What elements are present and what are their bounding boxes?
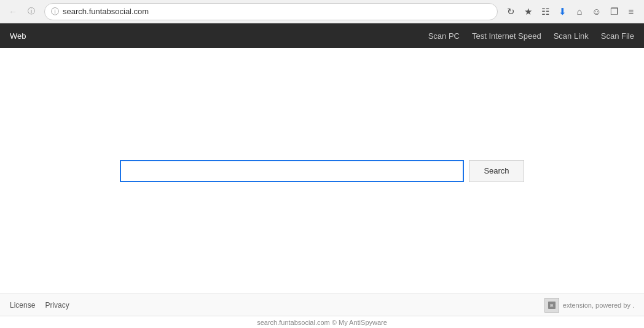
pocket-button[interactable]: ❐ — [606, 4, 622, 20]
search-container: Search — [120, 160, 524, 182]
nav-scan-link[interactable]: Scan Link — [554, 31, 589, 41]
secure-info-icon: ⓘ — [51, 6, 59, 17]
home-button[interactable]: ⌂ — [571, 4, 587, 20]
footer: License Privacy E extension, powered by … — [0, 294, 644, 316]
home-icon: ⌂ — [576, 6, 582, 17]
search-button[interactable]: Search — [469, 160, 524, 182]
browser-chrome: ← ⓘ ⓘ ↻ ★ ☷ ⬇ ⌂ ☺ ❐ ≡ — [0, 0, 644, 23]
address-bar[interactable]: ⓘ — [44, 3, 498, 20]
license-link[interactable]: License — [10, 301, 35, 310]
download-icon: ⬇ — [559, 6, 567, 17]
status-bar: search.funtabsocial.com © My AntiSpyware — [0, 316, 644, 328]
privacy-link[interactable]: Privacy — [45, 301, 69, 310]
pocket-icon: ❐ — [610, 6, 618, 17]
footer-right: E extension, powered by . — [544, 298, 634, 313]
footer-links: License Privacy — [10, 301, 69, 310]
main-content: Search — [0, 48, 644, 294]
site-nav-right: Scan PC Test Internet Speed Scan Link Sc… — [428, 31, 634, 41]
svg-text:E: E — [550, 303, 553, 308]
info-button[interactable]: ⓘ — [23, 4, 39, 20]
bookmark-icon: ★ — [524, 6, 532, 17]
nav-scan-file[interactable]: Scan File — [601, 31, 634, 41]
url-input[interactable] — [63, 7, 491, 16]
status-text: search.funtabsocial.com © My AntiSpyware — [257, 319, 387, 326]
nav-buttons: ← ⓘ — [5, 4, 39, 20]
extension-icon: E — [544, 298, 559, 313]
back-button[interactable]: ← — [5, 4, 21, 20]
browser-actions: ↻ ★ ☷ ⬇ ⌂ ☺ ❐ ≡ — [503, 4, 639, 20]
bookmark-button[interactable]: ★ — [520, 4, 536, 20]
download-button[interactable]: ⬇ — [554, 4, 570, 20]
history-icon: ☷ — [541, 6, 549, 17]
nav-scan-pc[interactable]: Scan PC — [428, 31, 460, 41]
nav-item-web[interactable]: Web — [10, 25, 26, 47]
nav-test-speed[interactable]: Test Internet Speed — [472, 31, 541, 41]
site-navbar: Web Scan PC Test Internet Speed Scan Lin… — [0, 23, 644, 48]
extension-svg-icon: E — [548, 301, 556, 310]
info-icon: ⓘ — [28, 6, 35, 17]
site-nav-left: Web — [10, 25, 26, 47]
back-icon: ← — [9, 7, 17, 17]
reload-button[interactable]: ↻ — [503, 4, 519, 20]
emoji-icon: ☺ — [592, 6, 601, 17]
menu-button[interactable]: ≡ — [623, 4, 639, 20]
emoji-button[interactable]: ☺ — [589, 4, 605, 20]
search-input[interactable] — [120, 160, 464, 182]
menu-icon: ≡ — [629, 6, 634, 17]
reload-icon: ↻ — [507, 6, 515, 17]
extension-text: extension, powered by . — [563, 302, 634, 309]
history-button[interactable]: ☷ — [537, 4, 553, 20]
